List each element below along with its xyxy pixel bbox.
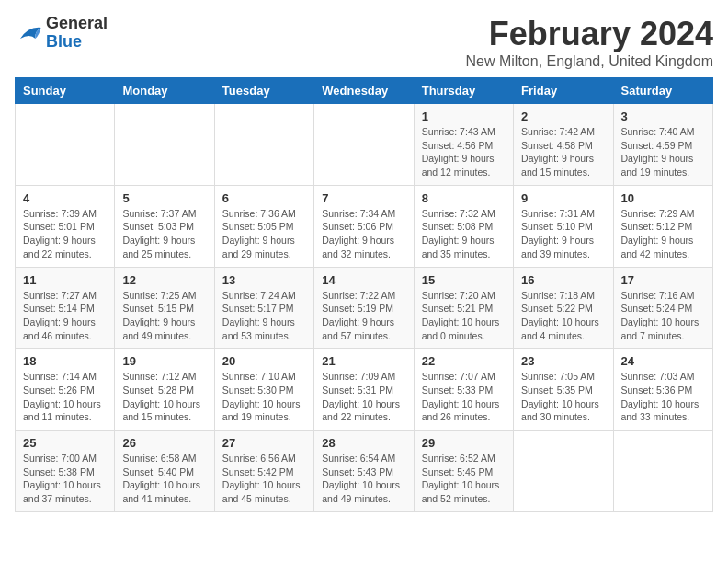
calendar-cell: 28Sunrise: 6:54 AM Sunset: 5:43 PM Dayli… [314, 431, 414, 512]
day-number: 26 [122, 436, 206, 450]
day-number: 23 [521, 354, 605, 368]
day-info: Sunrise: 7:29 AM Sunset: 5:12 PM Dayligh… [621, 207, 705, 261]
calendar-week-4: 18Sunrise: 7:14 AM Sunset: 5:26 PM Dayli… [16, 349, 713, 431]
weekday-header-wednesday: Wednesday [314, 78, 414, 104]
day-number: 5 [122, 191, 206, 205]
calendar-cell: 3Sunrise: 7:40 AM Sunset: 4:59 PM Daylig… [613, 104, 712, 186]
month-title: February 2024 [466, 15, 713, 53]
day-number: 28 [322, 436, 405, 450]
weekday-header-friday: Friday [514, 78, 613, 104]
day-info: Sunrise: 7:31 AM Sunset: 5:10 PM Dayligh… [521, 207, 605, 261]
day-number: 13 [222, 273, 306, 287]
day-number: 20 [222, 354, 306, 368]
calendar-week-5: 25Sunrise: 7:00 AM Sunset: 5:38 PM Dayli… [16, 431, 713, 512]
day-number: 14 [322, 273, 405, 287]
weekday-header-thursday: Thursday [414, 78, 513, 104]
day-number: 18 [23, 354, 107, 368]
calendar-week-2: 4Sunrise: 7:39 AM Sunset: 5:01 PM Daylig… [16, 185, 713, 267]
calendar-cell: 26Sunrise: 6:58 AM Sunset: 5:40 PM Dayli… [115, 431, 214, 512]
calendar-header: SundayMondayTuesdayWednesdayThursdayFrid… [16, 78, 713, 104]
day-info: Sunrise: 7:32 AM Sunset: 5:08 PM Dayligh… [422, 207, 506, 261]
day-info: Sunrise: 7:43 AM Sunset: 4:56 PM Dayligh… [422, 125, 506, 179]
logo: General Blue [15, 15, 108, 52]
day-number: 3 [621, 109, 705, 123]
calendar-cell: 13Sunrise: 7:24 AM Sunset: 5:17 PM Dayli… [214, 267, 313, 349]
calendar-cell: 22Sunrise: 7:07 AM Sunset: 5:33 PM Dayli… [414, 349, 513, 431]
day-number: 6 [222, 191, 306, 205]
logo-text-block: General Blue [46, 15, 108, 52]
calendar-week-1: 1Sunrise: 7:43 AM Sunset: 4:56 PM Daylig… [16, 104, 713, 186]
day-info: Sunrise: 7:42 AM Sunset: 4:58 PM Dayligh… [521, 125, 605, 179]
day-number: 22 [422, 354, 506, 368]
day-number: 21 [322, 354, 405, 368]
weekday-header-monday: Monday [115, 78, 214, 104]
day-number: 2 [521, 109, 605, 123]
day-number: 11 [23, 273, 107, 287]
day-info: Sunrise: 7:12 AM Sunset: 5:28 PM Dayligh… [122, 370, 206, 424]
calendar-cell: 5Sunrise: 7:37 AM Sunset: 5:03 PM Daylig… [115, 185, 214, 267]
calendar-cell: 9Sunrise: 7:31 AM Sunset: 5:10 PM Daylig… [514, 185, 613, 267]
day-number: 17 [621, 273, 705, 287]
calendar-cell: 11Sunrise: 7:27 AM Sunset: 5:14 PM Dayli… [16, 267, 115, 349]
calendar-cell: 27Sunrise: 6:56 AM Sunset: 5:42 PM Dayli… [214, 431, 313, 512]
day-number: 25 [23, 436, 107, 450]
day-info: Sunrise: 7:34 AM Sunset: 5:06 PM Dayligh… [322, 207, 405, 261]
day-number: 10 [621, 191, 705, 205]
day-info: Sunrise: 7:40 AM Sunset: 4:59 PM Dayligh… [621, 125, 705, 179]
calendar-cell: 18Sunrise: 7:14 AM Sunset: 5:26 PM Dayli… [16, 349, 115, 431]
calendar-cell [214, 104, 313, 186]
calendar-cell: 23Sunrise: 7:05 AM Sunset: 5:35 PM Dayli… [514, 349, 613, 431]
weekday-header-sunday: Sunday [16, 78, 115, 104]
day-info: Sunrise: 6:56 AM Sunset: 5:42 PM Dayligh… [222, 452, 306, 506]
day-number: 8 [422, 191, 506, 205]
calendar-cell: 12Sunrise: 7:25 AM Sunset: 5:15 PM Dayli… [115, 267, 214, 349]
day-number: 27 [222, 436, 306, 450]
calendar-cell: 15Sunrise: 7:20 AM Sunset: 5:21 PM Dayli… [414, 267, 513, 349]
day-info: Sunrise: 7:18 AM Sunset: 5:22 PM Dayligh… [521, 289, 605, 343]
day-info: Sunrise: 7:36 AM Sunset: 5:05 PM Dayligh… [222, 207, 306, 261]
calendar-cell [514, 431, 613, 512]
day-info: Sunrise: 6:52 AM Sunset: 5:45 PM Dayligh… [422, 452, 506, 506]
day-info: Sunrise: 7:22 AM Sunset: 5:19 PM Dayligh… [322, 289, 405, 343]
day-info: Sunrise: 7:10 AM Sunset: 5:30 PM Dayligh… [222, 370, 306, 424]
logo-icon [15, 19, 42, 47]
day-info: Sunrise: 7:39 AM Sunset: 5:01 PM Dayligh… [23, 207, 107, 261]
calendar-cell [115, 104, 214, 186]
day-number: 4 [23, 191, 107, 205]
day-info: Sunrise: 6:58 AM Sunset: 5:40 PM Dayligh… [122, 452, 206, 506]
calendar-table: SundayMondayTuesdayWednesdayThursdayFrid… [15, 77, 713, 512]
day-info: Sunrise: 7:24 AM Sunset: 5:17 PM Dayligh… [222, 289, 306, 343]
day-info: Sunrise: 6:54 AM Sunset: 5:43 PM Dayligh… [322, 452, 405, 506]
day-info: Sunrise: 7:16 AM Sunset: 5:24 PM Dayligh… [621, 289, 705, 343]
calendar-cell: 8Sunrise: 7:32 AM Sunset: 5:08 PM Daylig… [414, 185, 513, 267]
calendar-cell: 1Sunrise: 7:43 AM Sunset: 4:56 PM Daylig… [414, 104, 513, 186]
calendar-cell: 25Sunrise: 7:00 AM Sunset: 5:38 PM Dayli… [16, 431, 115, 512]
calendar-cell [16, 104, 115, 186]
day-info: Sunrise: 7:09 AM Sunset: 5:31 PM Dayligh… [322, 370, 405, 424]
calendar-cell: 21Sunrise: 7:09 AM Sunset: 5:31 PM Dayli… [314, 349, 414, 431]
day-info: Sunrise: 7:03 AM Sunset: 5:36 PM Dayligh… [621, 370, 705, 424]
day-number: 24 [621, 354, 705, 368]
logo-line1: General [46, 15, 108, 33]
calendar-cell: 19Sunrise: 7:12 AM Sunset: 5:28 PM Dayli… [115, 349, 214, 431]
day-info: Sunrise: 7:20 AM Sunset: 5:21 PM Dayligh… [422, 289, 506, 343]
day-number: 12 [122, 273, 206, 287]
calendar-body: 1Sunrise: 7:43 AM Sunset: 4:56 PM Daylig… [16, 104, 713, 512]
day-number: 29 [422, 436, 506, 450]
day-number: 9 [521, 191, 605, 205]
calendar-cell: 10Sunrise: 7:29 AM Sunset: 5:12 PM Dayli… [613, 185, 712, 267]
day-info: Sunrise: 7:00 AM Sunset: 5:38 PM Dayligh… [23, 452, 107, 506]
weekday-header-saturday: Saturday [613, 78, 712, 104]
calendar-cell: 20Sunrise: 7:10 AM Sunset: 5:30 PM Dayli… [214, 349, 313, 431]
calendar-cell: 6Sunrise: 7:36 AM Sunset: 5:05 PM Daylig… [214, 185, 313, 267]
calendar-cell: 14Sunrise: 7:22 AM Sunset: 5:19 PM Dayli… [314, 267, 414, 349]
day-number: 1 [422, 109, 506, 123]
day-info: Sunrise: 7:07 AM Sunset: 5:33 PM Dayligh… [422, 370, 506, 424]
calendar-cell: 16Sunrise: 7:18 AM Sunset: 5:22 PM Dayli… [514, 267, 613, 349]
calendar-cell: 24Sunrise: 7:03 AM Sunset: 5:36 PM Dayli… [613, 349, 712, 431]
logo-line2: Blue [46, 33, 108, 52]
day-number: 19 [122, 354, 206, 368]
day-info: Sunrise: 7:37 AM Sunset: 5:03 PM Dayligh… [122, 207, 206, 261]
day-info: Sunrise: 7:05 AM Sunset: 5:35 PM Dayligh… [521, 370, 605, 424]
location-title: New Milton, England, United Kingdom [466, 53, 713, 70]
